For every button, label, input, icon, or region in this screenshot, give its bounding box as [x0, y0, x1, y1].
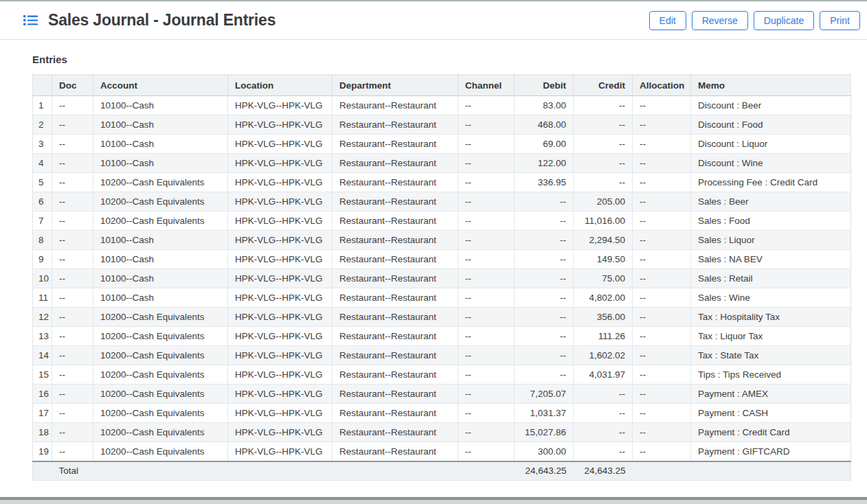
header-account: Account	[93, 75, 228, 96]
edit-button[interactable]: Edit	[649, 11, 686, 30]
header-allocation: Allocation	[633, 75, 691, 96]
cell-channel: --	[458, 365, 515, 385]
cell-allocation: --	[633, 269, 691, 288]
cell-row-number: 1	[33, 96, 52, 115]
cell-account: 10200--Cash Equivalents	[93, 346, 228, 365]
cell-doc: --	[52, 423, 93, 442]
cell-allocation: --	[633, 423, 691, 442]
cell-department: Restaurant--Restaurant	[333, 327, 458, 346]
total-credit: 24,643.25	[574, 461, 633, 481]
cell-account: 10200--Cash Equivalents	[93, 327, 228, 346]
cell-doc: --	[52, 327, 93, 346]
cell-credit: 4,802.00	[574, 288, 633, 308]
cell-allocation: --	[633, 365, 691, 385]
cell-credit: 149.50	[574, 250, 633, 269]
cell-channel: --	[458, 327, 515, 346]
cell-debit: --	[515, 308, 574, 327]
cell-channel: --	[458, 404, 515, 423]
page-title: Sales Journal - Journal Entries	[48, 11, 275, 30]
cell-channel: --	[458, 288, 515, 308]
cell-allocation: --	[633, 154, 691, 173]
cell-department: Restaurant--Restaurant	[333, 269, 458, 288]
cell-memo: Sales : Liquor	[691, 231, 851, 250]
cell-credit: --	[574, 423, 633, 442]
cell-allocation: --	[633, 288, 691, 308]
cell-allocation: --	[633, 442, 691, 461]
cell-credit: 4,031.97	[574, 365, 633, 385]
cell-credit: 205.00	[574, 192, 633, 211]
cell-row-number: 13	[33, 327, 52, 346]
cell-memo: Discount : Liquor	[691, 135, 851, 154]
cell-allocation: --	[633, 135, 691, 154]
cell-row-number: 11	[33, 288, 52, 308]
cell-debit: 83.00	[515, 96, 574, 115]
cell-debit: --	[515, 192, 574, 211]
cell-location: HPK-VLG--HPK-VLG	[228, 115, 333, 135]
header-location: Location	[228, 75, 333, 96]
cell-account: 10200--Cash Equivalents	[93, 308, 228, 327]
cell-debit: --	[515, 365, 574, 385]
cell-account: 10100--Cash	[93, 135, 228, 154]
table-row: 3--10100--CashHPK-VLG--HPK-VLGRestaurant…	[33, 135, 851, 154]
cell-debit: 468.00	[515, 115, 574, 135]
cell-row-number: 14	[33, 346, 52, 365]
cell-location: HPK-VLG--HPK-VLG	[228, 442, 333, 461]
cell-row-number: 10	[33, 269, 52, 288]
cell-department: Restaurant--Restaurant	[333, 211, 458, 231]
bottom-scrollbar[interactable]	[0, 496, 867, 504]
cell-channel: --	[458, 192, 515, 211]
cell-debit: 69.00	[515, 135, 574, 154]
cell-allocation: --	[633, 211, 691, 231]
cell-account: 10200--Cash Equivalents	[93, 423, 228, 442]
cell-channel: --	[458, 211, 515, 231]
cell-memo: Payment : GIFTCARD	[691, 442, 851, 461]
cell-account: 10200--Cash Equivalents	[93, 404, 228, 423]
cell-channel: --	[458, 115, 515, 135]
cell-memo: Sales : Food	[691, 211, 851, 231]
cell-row-number: 17	[33, 404, 52, 423]
list-menu-icon[interactable]	[23, 14, 38, 26]
table-row: 10--10100--CashHPK-VLG--HPK-VLGRestauran…	[33, 269, 851, 288]
cell-location: HPK-VLG--HPK-VLG	[228, 308, 333, 327]
cell-doc: --	[52, 115, 93, 135]
cell-department: Restaurant--Restaurant	[333, 423, 458, 442]
cell-channel: --	[458, 96, 515, 115]
cell-location: HPK-VLG--HPK-VLG	[228, 250, 333, 269]
cell-row-number: 3	[33, 135, 52, 154]
cell-debit: --	[515, 231, 574, 250]
table-row: 19--10200--Cash EquivalentsHPK-VLG--HPK-…	[33, 442, 851, 461]
cell-memo: Sales : Retail	[691, 269, 851, 288]
cell-debit: 7,205.07	[515, 385, 574, 404]
cell-doc: --	[52, 269, 93, 288]
cell-row-number: 8	[33, 231, 52, 250]
cell-allocation: --	[633, 250, 691, 269]
cell-doc: --	[52, 192, 93, 211]
cell-allocation: --	[633, 115, 691, 135]
cell-allocation: --	[633, 308, 691, 327]
table-row: 7--10200--Cash EquivalentsHPK-VLG--HPK-V…	[33, 211, 851, 231]
cell-department: Restaurant--Restaurant	[333, 192, 458, 211]
cell-channel: --	[458, 308, 515, 327]
reverse-button[interactable]: Reverse	[692, 11, 748, 30]
cell-account: 10200--Cash Equivalents	[93, 442, 228, 461]
cell-row-number: 18	[33, 423, 52, 442]
cell-channel: --	[458, 231, 515, 250]
cell-memo: Tax : Hospitality Tax	[691, 308, 851, 327]
cell-department: Restaurant--Restaurant	[333, 308, 458, 327]
print-button[interactable]: Print	[820, 11, 860, 30]
cell-memo: Discount : Food	[691, 115, 851, 135]
cell-account: 10100--Cash	[93, 96, 228, 115]
cell-department: Restaurant--Restaurant	[333, 346, 458, 365]
cell-account: 10200--Cash Equivalents	[93, 173, 228, 192]
table-row: 14--10200--Cash EquivalentsHPK-VLG--HPK-…	[33, 346, 851, 365]
table-row: 15--10200--Cash EquivalentsHPK-VLG--HPK-…	[33, 365, 851, 385]
duplicate-button[interactable]: Duplicate	[754, 11, 814, 30]
cell-debit: 122.00	[515, 154, 574, 173]
cell-department: Restaurant--Restaurant	[333, 173, 458, 192]
table-row: 17--10200--Cash EquivalentsHPK-VLG--HPK-…	[33, 404, 851, 423]
cell-debit: 336.95	[515, 173, 574, 192]
cell-debit: 1,031.37	[515, 404, 574, 423]
cell-location: HPK-VLG--HPK-VLG	[228, 96, 333, 115]
scrollbar-track	[0, 500, 867, 504]
cell-credit: 75.00	[574, 269, 633, 288]
